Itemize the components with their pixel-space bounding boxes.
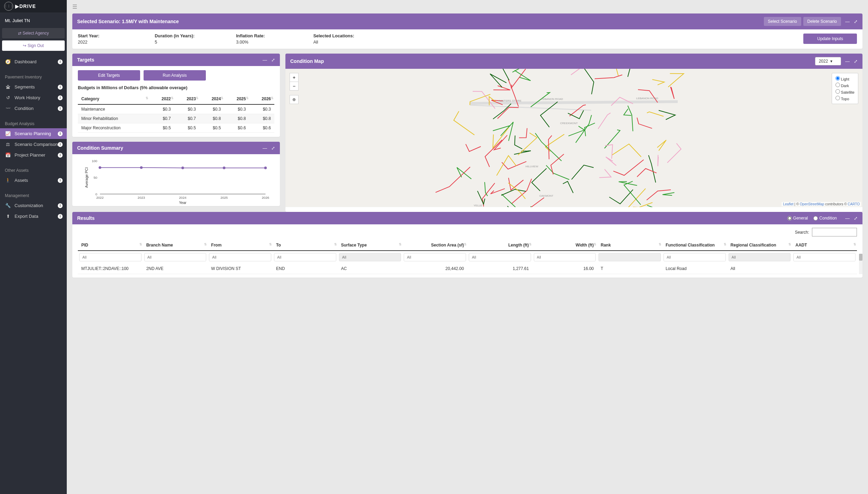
scrollbar[interactable]	[859, 254, 862, 274]
info-icon[interactable]: i	[58, 178, 63, 183]
col-header[interactable]: Rank⇅	[597, 240, 662, 251]
info-icon[interactable]: i	[58, 153, 63, 158]
update-inputs-button[interactable]: Update Inputs	[803, 34, 857, 44]
select-agency-button[interactable]: ⇄ Select Agency	[2, 28, 65, 38]
info-icon[interactable]: i	[58, 203, 63, 208]
segments-icon: 🛣	[5, 84, 11, 90]
col-header[interactable]: Functional Classification⇅	[662, 240, 727, 251]
layer-option-dark[interactable]: Dark	[835, 82, 855, 88]
info-icon[interactable]: i	[58, 106, 63, 111]
col-header[interactable]: 2024⇅	[199, 94, 224, 104]
filter-input[interactable]	[404, 253, 466, 261]
sign-out-button[interactable]: ↪ Sign Out	[2, 40, 65, 51]
svg-text:Average PCI: Average PCI	[84, 167, 89, 188]
svg-point-7	[223, 167, 226, 169]
nav-item-customization[interactable]: 🔧Customizationi	[0, 200, 67, 211]
minimize-icon[interactable]: —	[845, 19, 850, 24]
filter-input[interactable]	[274, 253, 336, 261]
col-header[interactable]: 2022⇅	[149, 94, 174, 104]
delete-scenario-button[interactable]: Delete Scenario	[803, 17, 841, 26]
nav-item-work-history[interactable]: ↺Work Historyi	[0, 92, 67, 103]
nav-item-segments[interactable]: 🛣Segmentsi	[0, 82, 67, 92]
nav-label: Segments	[15, 84, 35, 90]
nav-item-assets[interactable]: 🚶Assetsi	[0, 175, 67, 186]
filter-input[interactable]	[664, 253, 726, 261]
filter-input[interactable]	[793, 253, 856, 261]
osm-link[interactable]: OpenStreetMap	[800, 202, 824, 206]
filter-input[interactable]	[469, 253, 531, 261]
locate-button[interactable]: ⊕	[290, 95, 299, 104]
info-icon[interactable]: i	[58, 131, 63, 136]
sidebar: ⋮⋮⋮ ▶DRIVE Mt. Juliet TN ⇄ Select Agency…	[0, 0, 67, 494]
dashboard-icon: 🧭	[5, 59, 11, 64]
logo-text: ▶DRIVE	[15, 3, 36, 9]
carto-link[interactable]: CARTO	[848, 202, 860, 206]
expand-icon[interactable]: ⤢	[271, 146, 275, 151]
info-icon[interactable]: i	[58, 85, 63, 90]
col-header[interactable]: Width (ft)⇅	[532, 240, 597, 251]
col-header[interactable]: Branch Name⇅	[143, 240, 208, 251]
col-header[interactable]: Section Area (sf)⇅	[402, 240, 467, 251]
info-icon[interactable]: i	[58, 142, 63, 147]
results-title: Results	[77, 215, 787, 221]
nav-section-title: Budget Analysis	[0, 118, 67, 128]
nav-dashboard[interactable]: 🧭 Dashboard i	[0, 56, 67, 67]
col-header[interactable]: PID⇅	[78, 240, 143, 251]
layer-option-topo[interactable]: Topo	[835, 95, 855, 102]
locations-label: Selected Locations:	[313, 34, 354, 38]
info-icon[interactable]: i	[58, 95, 63, 100]
leaflet-link[interactable]: Leaflet	[783, 202, 793, 206]
col-header[interactable]: 2026⇅	[249, 94, 274, 104]
menu-toggle-icon[interactable]: ☰	[67, 0, 868, 13]
filter-input[interactable]	[209, 253, 271, 261]
zoom-in-button[interactable]: +	[290, 73, 299, 82]
info-icon[interactable]: i	[58, 214, 63, 219]
search-input[interactable]	[812, 228, 857, 236]
expand-icon[interactable]: ⤢	[854, 59, 858, 64]
map-attribution: Leaflet | © OpenStreetMap contributors ©…	[782, 202, 861, 206]
zoom-out-button[interactable]: −	[290, 82, 299, 91]
col-header[interactable]: AADT⇅	[792, 240, 857, 251]
col-header[interactable]: To⇅	[273, 240, 338, 251]
map-title: Condition Map	[290, 58, 812, 64]
nav-item-condition[interactable]: 〰Conditioni	[0, 103, 67, 114]
minimize-icon[interactable]: —	[263, 146, 267, 151]
expand-icon[interactable]: ⤢	[271, 57, 275, 63]
map-year-select[interactable]: 2022 ▾	[815, 57, 841, 65]
nav-item-scenario-comparison[interactable]: ⚖Scenario Comparisoni	[0, 139, 67, 150]
expand-icon[interactable]: ⤢	[854, 19, 858, 24]
filter-input[interactable]	[534, 253, 596, 261]
run-analysis-button[interactable]: Run Analysis	[144, 70, 206, 81]
col-header[interactable]: Category⇅	[78, 94, 149, 104]
col-header[interactable]: 2025⇅	[224, 94, 249, 104]
targets-table: Category⇅2022⇅2023⇅2024⇅2025⇅2026⇅ Maint…	[78, 94, 274, 133]
start-year-value: 2022	[78, 40, 99, 45]
nav-item-export-data[interactable]: ⬆Export Datai	[0, 211, 67, 222]
col-header[interactable]: Surface Type⇅	[338, 240, 403, 251]
map-canvas[interactable]: HUNTERS STORELEBANON ROADLEBANON ROADCRE…	[285, 69, 862, 207]
col-header[interactable]: 2023⇅	[174, 94, 199, 104]
minimize-icon[interactable]: —	[845, 59, 850, 64]
info-icon[interactable]: i	[58, 59, 63, 64]
results-radio-general[interactable]: General	[787, 216, 808, 221]
filter-input[interactable]	[79, 253, 141, 261]
svg-text:CREEKMONT: CREEKMONT	[560, 122, 578, 125]
nav-item-scenario-planning[interactable]: 📈Scenario Planningi	[0, 128, 67, 139]
minimize-icon[interactable]: —	[845, 216, 850, 221]
work-history-icon: ↺	[5, 95, 11, 100]
col-header[interactable]: Regional Classification⇅	[727, 240, 792, 251]
svg-line-17	[470, 105, 591, 110]
col-header[interactable]: Length (ft)⇅	[467, 240, 532, 251]
layer-option-satellite[interactable]: Satellite	[835, 88, 855, 95]
expand-icon[interactable]: ⤢	[854, 216, 858, 221]
table-row[interactable]: MTJULIET::2NDAVE::1002ND AVEW DIVISION S…	[78, 263, 857, 274]
condition-icon: 〰	[5, 106, 11, 111]
select-scenario-button[interactable]: Select Scenario	[764, 17, 801, 26]
minimize-icon[interactable]: —	[263, 57, 267, 63]
results-radio-condition[interactable]: Condition	[813, 216, 837, 221]
nav-item-project-planner[interactable]: 📅Project Planneri	[0, 150, 67, 160]
filter-input[interactable]	[144, 253, 207, 261]
col-header[interactable]: From⇅	[208, 240, 273, 251]
layer-option-light[interactable]: Light	[835, 75, 855, 82]
edit-targets-button[interactable]: Edit Targets	[78, 70, 140, 81]
